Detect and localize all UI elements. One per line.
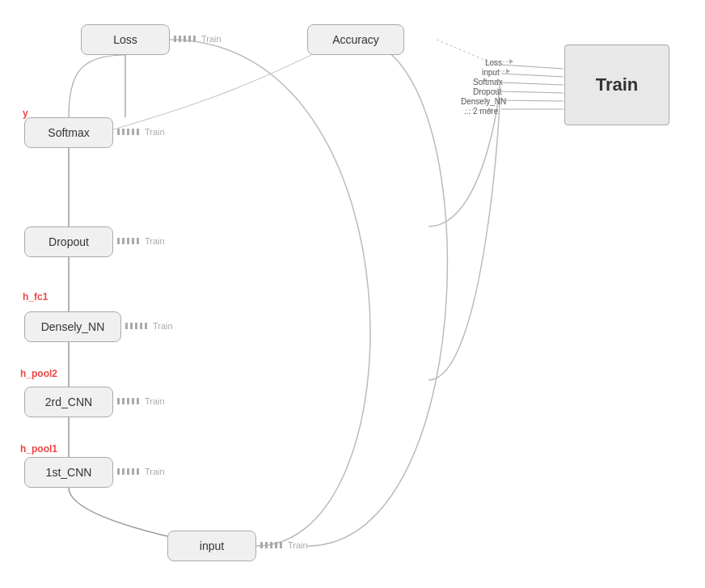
cnn1-train-label: Train <box>117 467 165 476</box>
train-input-dropout: Dropout <box>473 87 502 96</box>
cnn2-node: 2rd_CNN <box>24 387 113 417</box>
softmax-node: Softmax <box>24 117 113 148</box>
densely-nn-train-label: Train <box>125 321 173 331</box>
accuracy-node: Accuracy <box>307 24 404 55</box>
loss-train-label: Train <box>174 34 222 44</box>
cnn1-label: 1st_CNN <box>46 466 92 479</box>
softmax-label: Softmax <box>48 126 89 139</box>
train-node: Train <box>564 44 669 125</box>
densely-nn-node: Densely_NN <box>24 311 121 342</box>
svg-line-7 <box>501 82 564 85</box>
svg-marker-15 <box>506 69 510 74</box>
train-input-more: ... 2 more <box>464 107 498 116</box>
input-label: input <box>200 539 224 552</box>
h-pool2-label: h_pool2 <box>20 368 57 379</box>
cnn2-label: 2rd_CNN <box>45 396 92 408</box>
loss-label: Loss <box>113 33 137 46</box>
input-node: input <box>167 531 256 561</box>
cnn2-train-label: Train <box>117 396 165 406</box>
h-pool1-label: h_pool1 <box>20 443 57 455</box>
dropout-train-label: Train <box>117 236 165 246</box>
h-fc1-label: h_fc1 <box>23 291 48 302</box>
input-train-label: Train <box>260 540 308 550</box>
train-input-densely: Densely_NN <box>461 97 506 106</box>
densely-nn-label: Densely_NN <box>41 320 105 333</box>
train-input-input: input <box>482 68 500 77</box>
svg-marker-13 <box>509 59 513 64</box>
svg-line-6 <box>501 74 564 77</box>
train-input-softmax: Softmax <box>473 78 503 87</box>
train-node-label: Train <box>596 74 639 95</box>
dropout-node: Dropout <box>24 226 113 257</box>
svg-line-9 <box>501 100 564 101</box>
loss-node: Loss <box>81 24 170 55</box>
accuracy-label: Accuracy <box>332 33 379 46</box>
svg-line-5 <box>501 65 564 69</box>
cnn1-node: 1st_CNN <box>24 457 113 488</box>
dropout-label: Dropout <box>49 235 89 248</box>
train-input-loss: Loss <box>485 58 502 67</box>
svg-line-8 <box>501 91 564 93</box>
softmax-train-label: Train <box>117 127 165 137</box>
